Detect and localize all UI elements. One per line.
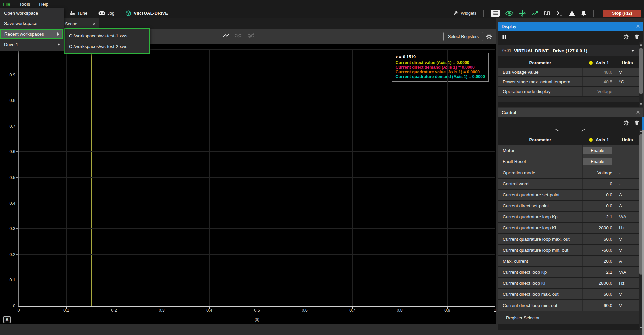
gridline-vertical <box>305 49 305 306</box>
signal-line-icon[interactable] <box>223 33 230 38</box>
submenu-item-workspace[interactable]: C:/workspaces/ws-test-2.xws <box>65 41 149 52</box>
table-row: Current quadrature loop Ki 2800.0 Hz <box>498 223 639 233</box>
parameter-units <box>616 156 639 167</box>
register-list-button[interactable] <box>491 10 500 17</box>
parameter-name: Power stage max. actual tempera... <box>498 77 582 86</box>
menu-item-save-workspace[interactable]: Save workspace <box>0 18 64 29</box>
gridline-horizontal <box>19 75 495 75</box>
parameter-value[interactable]: 2800.0 <box>599 281 612 286</box>
square-wave-icon[interactable] <box>544 11 551 16</box>
parameter-value[interactable]: 0.0 <box>606 192 612 197</box>
tab-close-icon[interactable] <box>93 22 96 25</box>
submenu-item-workspace[interactable]: C:/workspaces/ws-test-1.xws <box>65 30 149 41</box>
scope-chart[interactable]: (s) x = 0.1519 Current direct value (Axi… <box>0 44 496 324</box>
move-arrows-icon[interactable] <box>519 10 526 17</box>
y-tick-mark <box>16 75 18 75</box>
scroll-thumb[interactable] <box>639 48 643 94</box>
y-tick-label: 0.5 <box>10 175 15 180</box>
parameter-value[interactable]: -60.0 <box>602 248 612 253</box>
gear-icon[interactable] <box>623 120 629 126</box>
outer-scrollbar[interactable] <box>642 130 644 335</box>
stop-button[interactable]: Stop (F12) <box>603 10 641 17</box>
parameter-value[interactable]: 60.0 <box>604 292 612 297</box>
gridline-horizontal <box>19 280 495 280</box>
parameter-value[interactable]: 2800.0 <box>599 225 612 230</box>
cursor-line[interactable] <box>91 49 92 306</box>
gear-icon[interactable] <box>623 34 629 40</box>
autoscale-button[interactable]: A <box>3 316 11 323</box>
parameter-units: - <box>616 87 639 96</box>
terminal-icon[interactable] <box>556 11 563 16</box>
device-id: 0x01 <box>502 48 511 53</box>
plot-area[interactable]: (s) x = 0.1519 Current direct value (Axi… <box>18 49 495 307</box>
parameter-value[interactable]: 60.0 <box>604 237 612 242</box>
device-name: VIRTUAL-DRIVE - Drive (127.0.0.1) <box>514 48 587 53</box>
menu-help[interactable]: Help <box>39 2 48 7</box>
menu-item-open-workspace[interactable]: Open workspace <box>0 8 64 18</box>
submenu-arrow-icon <box>57 32 59 36</box>
parameter-units: V/A <box>616 267 639 277</box>
scroll-down-icon[interactable] <box>640 327 642 329</box>
submenu-arrow-icon <box>58 43 60 46</box>
menu-item-recent-workspaces[interactable]: Recent workspaces <box>0 29 63 39</box>
parameter-value[interactable]: -60.0 <box>602 303 612 308</box>
bell-icon[interactable] <box>581 10 586 16</box>
device-button[interactable]: VIRTUAL-DRIVE <box>125 10 168 16</box>
tune-button[interactable]: Tune <box>69 11 87 16</box>
device-selector[interactable]: 0x01 VIRTUAL-DRIVE - Drive (127.0.0.1) <box>498 45 639 56</box>
gridline-vertical <box>447 49 448 306</box>
watch-eye-icon[interactable] <box>505 11 513 16</box>
menu-file[interactable]: File <box>3 2 10 7</box>
enable-button[interactable]: Enable <box>583 158 612 165</box>
menu-item-drive-1[interactable]: Drive 1 <box>0 39 64 50</box>
chevron-down-icon <box>631 50 634 52</box>
trash-icon[interactable] <box>635 34 639 39</box>
legend-entry: Current direct value (Axis 1) = 0.0000 <box>396 60 485 65</box>
scroll-up-icon[interactable] <box>640 130 642 132</box>
parameter-name: Current direct set-point <box>498 201 582 211</box>
table-row: Bus voltage value 48.0 V <box>498 68 639 76</box>
waveforms-off-icon[interactable] <box>248 33 255 38</box>
menu-tools[interactable]: Tools <box>19 2 30 7</box>
main-toolbar: Tune Jog VIRTUAL-DRIVE Widgets Stop (F12… <box>0 8 644 18</box>
parameter-value[interactable]: 20.0 <box>604 259 612 264</box>
x-tick-label: 0.3 <box>159 308 164 313</box>
enable-button[interactable]: Enable <box>583 147 612 154</box>
y-tick-mark <box>16 306 18 306</box>
register-selector-button[interactable]: Register Selector <box>498 311 639 324</box>
list-icon <box>493 11 498 15</box>
trash-icon[interactable] <box>635 120 639 125</box>
select-registers-button[interactable]: Select Registers <box>443 32 483 41</box>
axis-color-dot <box>589 138 593 142</box>
display-panel-header[interactable]: Display <box>498 22 643 31</box>
parameter-value[interactable]: 0 <box>610 181 612 186</box>
display-panel: Display 0x01 VIRTUAL-DRIVE - Drive (127.… <box>498 22 643 107</box>
parameter-value[interactable]: 2.1 <box>606 214 612 219</box>
table-row: Current direct loop Kp 2.1 V/A <box>498 267 639 277</box>
parameter-value[interactable]: 2.1 <box>606 270 612 275</box>
pause-icon[interactable] <box>502 35 506 39</box>
close-icon[interactable] <box>636 111 640 114</box>
x-tick-label: 0.1 <box>63 308 69 313</box>
control-panel: Control Parameter Axis 1 Units Motor Ena… <box>498 108 643 330</box>
scope-settings-gear-icon[interactable] <box>486 34 492 40</box>
jog-button[interactable]: Jog <box>98 11 114 16</box>
warning-icon[interactable] <box>569 10 575 16</box>
scroll-up-icon[interactable] <box>640 44 642 46</box>
control-panel-header[interactable]: Control <box>498 108 643 117</box>
waveforms-icon[interactable] <box>235 33 243 38</box>
axis-color-dot <box>589 61 593 65</box>
table-row: Max. current 20.0 A <box>498 256 639 266</box>
table-row: Current quadrature loop max. out 60.0 V <box>498 234 639 244</box>
parameter-units: - <box>616 179 639 189</box>
scroll-down-icon[interactable] <box>640 103 642 105</box>
table-row: Power stage max. actual tempera... 40.5 … <box>498 77 639 86</box>
parameter-value[interactable]: Voltage <box>597 170 612 175</box>
widgets-button[interactable]: Widgets <box>453 11 476 16</box>
gridline-vertical <box>495 49 495 306</box>
parameter-name: Fault Reset <box>498 156 582 167</box>
close-icon[interactable] <box>636 25 640 28</box>
display-scrollbar[interactable] <box>639 42 643 107</box>
parameter-value[interactable]: 0.0 <box>606 203 612 208</box>
scope-chart-icon[interactable] <box>531 10 538 16</box>
